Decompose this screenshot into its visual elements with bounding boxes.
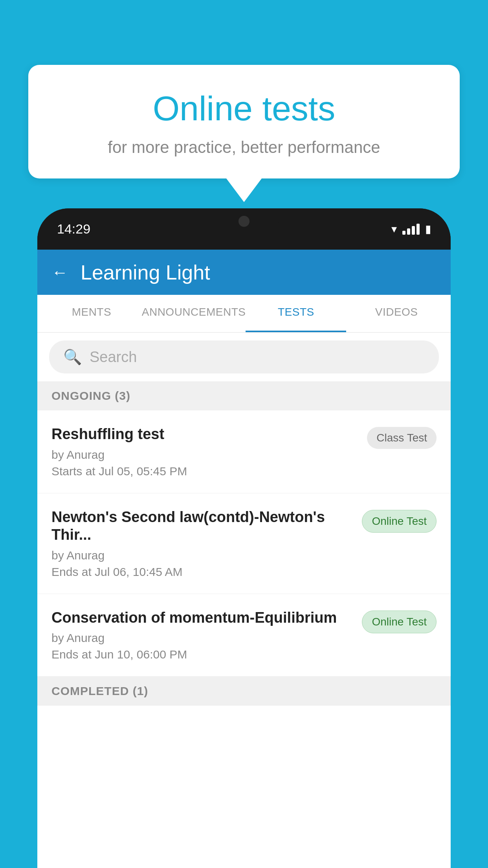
- search-input[interactable]: Search: [90, 349, 137, 366]
- ongoing-section-header: ONGOING (3): [37, 381, 451, 410]
- tests-list: Reshuffling test by Anurag Starts at Jul…: [37, 410, 451, 868]
- app-header: ← Learning Light: [37, 250, 451, 295]
- test-date: Ends at Jun 10, 06:00 PM: [51, 648, 352, 661]
- phone-camera: [238, 216, 250, 227]
- test-name: Newton's Second law(contd)-Newton's Thir…: [51, 508, 352, 544]
- phone-status-icons: ▾ ▮: [391, 223, 431, 235]
- test-author: by Anurag: [51, 631, 352, 645]
- search-container: 🔍 Search: [37, 333, 451, 381]
- test-info: Conservation of momentum-Equilibrium by …: [51, 609, 352, 662]
- test-author: by Anurag: [51, 448, 358, 462]
- signal-icon: [402, 224, 420, 235]
- tab-ments[interactable]: MENTS: [41, 295, 142, 332]
- app-title: Learning Light: [81, 261, 210, 284]
- test-badge: Online Test: [362, 510, 437, 533]
- back-button[interactable]: ←: [51, 263, 68, 282]
- tab-announcements[interactable]: ANNOUNCEMENTS: [142, 295, 246, 332]
- speech-bubble-title: Online tests: [48, 88, 440, 129]
- phone-notch: [209, 208, 279, 234]
- speech-bubble: Online tests for more practice, better p…: [28, 65, 460, 178]
- search-bar[interactable]: 🔍 Search: [49, 340, 439, 373]
- test-item[interactable]: Newton's Second law(contd)-Newton's Thir…: [37, 493, 451, 594]
- tabs-bar: MENTS ANNOUNCEMENTS TESTS VIDEOS: [37, 295, 451, 333]
- test-item[interactable]: Conservation of momentum-Equilibrium by …: [37, 594, 451, 677]
- search-icon: 🔍: [63, 348, 82, 366]
- speech-bubble-tail: [226, 178, 262, 202]
- phone-status-bar: 14:29 ▾ ▮: [37, 208, 451, 250]
- test-info: Newton's Second law(contd)-Newton's Thir…: [51, 508, 352, 579]
- battery-icon: ▮: [425, 223, 431, 235]
- tab-videos[interactable]: VIDEOS: [346, 295, 447, 332]
- speech-bubble-container: Online tests for more practice, better p…: [28, 65, 460, 202]
- wifi-icon: ▾: [391, 223, 397, 235]
- test-badge: Class Test: [367, 427, 437, 449]
- ongoing-label: ONGOING (3): [51, 389, 130, 402]
- completed-label: COMPLETED (1): [51, 684, 148, 697]
- test-item[interactable]: Reshuffling test by Anurag Starts at Jul…: [37, 410, 451, 493]
- phone-time: 14:29: [57, 221, 90, 237]
- speech-bubble-subtitle: for more practice, better performance: [48, 138, 440, 157]
- app-screen: ← Learning Light MENTS ANNOUNCEMENTS TES…: [37, 250, 451, 868]
- phone-frame: 14:29 ▾ ▮ ← Learning Light MENTS: [37, 208, 451, 868]
- test-name: Conservation of momentum-Equilibrium: [51, 609, 352, 627]
- completed-section-header: COMPLETED (1): [37, 677, 451, 706]
- tab-tests[interactable]: TESTS: [246, 295, 346, 332]
- test-info: Reshuffling test by Anurag Starts at Jul…: [51, 425, 358, 478]
- test-name: Reshuffling test: [51, 425, 358, 443]
- test-date: Ends at Jul 06, 10:45 AM: [51, 565, 352, 579]
- test-badge: Online Test: [362, 611, 437, 633]
- test-date: Starts at Jul 05, 05:45 PM: [51, 465, 358, 478]
- test-author: by Anurag: [51, 549, 352, 562]
